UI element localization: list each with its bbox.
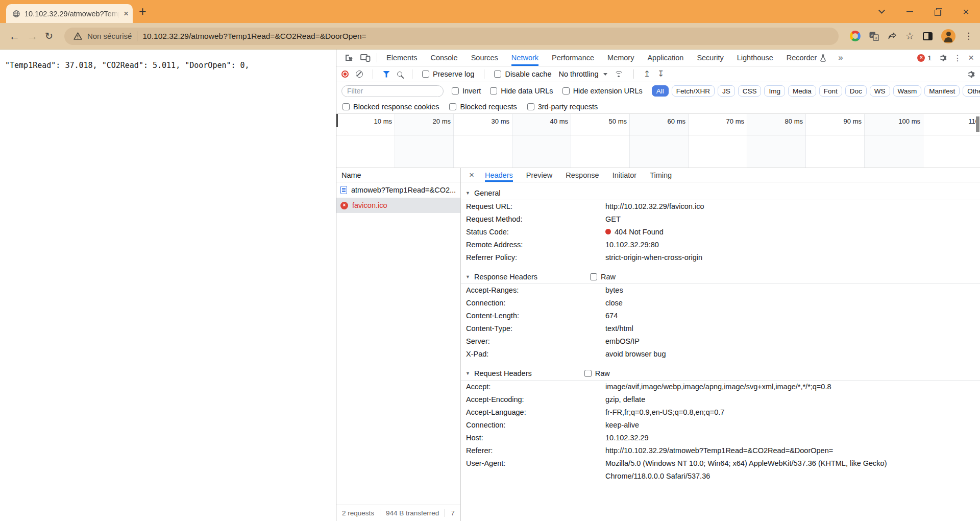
network-conditions-icon[interactable] [615,70,624,78]
window-chevron-icon[interactable] [868,0,896,23]
section-header-request-headers[interactable]: ▼Request HeadersRaw [461,367,980,381]
record-network-log-icon[interactable] [341,70,349,78]
browser-tab[interactable]: 10.102.32.29/atmoweb?Temp1Re × [6,4,133,23]
share-icon[interactable] [888,32,897,40]
timeline-scrollbar[interactable] [976,116,979,132]
devtools-settings-gear-icon[interactable] [938,54,947,62]
detail-tab-response[interactable]: Response [566,168,599,182]
inspect-element-icon[interactable] [340,50,357,66]
request-row-atmoweb-temp1read-co2[interactable]: atmoweb?Temp1Read=&CO2... [336,182,460,198]
header-value: Mozilla/5.0 (Windows NT 10.0; Win64; x64… [605,457,922,483]
more-tabs-icon[interactable]: » [838,50,843,66]
hide-extension-urls-checkbox[interactable]: Hide extension URLs [562,87,643,95]
detail-tab-preview[interactable]: Preview [526,168,553,182]
filter-input[interactable] [341,85,444,97]
translate-icon[interactable]: A a [869,32,879,41]
window-close-icon[interactable]: × [952,0,980,23]
timeline-label: 50 ms [609,117,627,125]
bookmark-star-icon[interactable]: ☆ [905,30,914,42]
request-row-favicon-ico[interactable]: ×favicon.ico [336,198,460,213]
address-bar[interactable]: Non sécurisé 10.102.32.29/atmoweb?Temp1R… [64,28,839,45]
blocked-filter-row: Blocked response cookiesBlocked requests… [336,100,980,114]
preserve-log-checkbox[interactable]: Preserve log [422,70,474,78]
header-name: Content-Type: [466,322,605,335]
window-restore-icon[interactable] [924,0,952,23]
devtools-tab-application[interactable]: Application [647,50,683,66]
collapse-triangle-icon[interactable]: ▼ [465,274,470,279]
browser-tab-strip: 10.102.32.29/atmoweb?Temp1Re × + × [0,0,980,23]
filter-chip-font[interactable]: Font [819,85,842,97]
request-list-header[interactable]: Name [336,168,460,182]
throttling-dropdown[interactable]: No throttling [558,70,607,78]
header-value: 10.102.32.29 [605,432,649,444]
filter-funnel-icon[interactable] [383,71,390,78]
raw-checkbox[interactable]: Raw [584,369,610,377]
waterfall-column [689,135,747,168]
devtools-tab-elements[interactable]: Elements [386,50,417,66]
detail-tab-headers[interactable]: Headers [485,168,513,182]
clear-network-log-icon[interactable] [356,70,363,78]
devtools-tab-sources[interactable]: Sources [471,50,498,66]
header-name: Host: [466,432,605,444]
filter-chip-img[interactable]: Img [764,85,785,97]
import-har-icon[interactable]: ↥ [644,70,650,78]
filter-chip-ws[interactable]: WS [870,85,890,97]
network-overview-timeline[interactable]: 10 ms20 ms30 ms40 ms50 ms60 ms70 ms80 ms… [336,114,980,135]
device-toolbar-icon[interactable] [357,50,374,66]
devtools-tab-network[interactable]: Network [511,50,538,66]
network-settings-gear-icon[interactable] [966,70,975,79]
filter-chip-all[interactable]: All [652,85,669,97]
devtools-tab-console[interactable]: Console [430,50,457,66]
window-minimize-icon[interactable] [896,0,924,23]
section-header-response-headers[interactable]: ▼Response HeadersRaw [461,270,980,284]
devtools-tab-security[interactable]: Security [697,50,723,66]
error-badge[interactable]: × 1 [917,54,932,62]
filter-chip-js[interactable]: JS [718,85,735,97]
devtools-close-icon[interactable]: × [968,53,974,62]
back-icon[interactable]: ← [9,31,20,42]
waterfall-column [571,135,630,168]
collapse-triangle-icon[interactable]: ▼ [465,191,470,196]
tab-close-icon[interactable]: × [124,10,129,18]
invert-checkbox[interactable]: Invert [452,87,481,95]
section-header-general[interactable]: ▼General [461,186,980,200]
new-tab-button[interactable]: + [139,5,146,18]
filter-chip-css[interactable]: CSS [738,85,762,97]
detail-close-icon[interactable]: × [465,168,478,182]
checkbox-box [494,70,501,78]
header-value: fr-FR,fr;q=0.9,en-US;q=0.8,en;q=0.7 [605,406,724,419]
browser-menu-icon[interactable]: ⋮ [964,31,973,41]
header-row: Accept-Language:fr-FR,fr;q=0.9,en-US;q=0… [461,406,980,419]
disable-cache-checkbox[interactable]: Disable cache [494,70,551,78]
devtools-menu-icon[interactable]: ⋮ [953,53,962,63]
detail-tab-timing[interactable]: Timing [650,168,672,182]
filter-chip-other[interactable]: Other [963,85,980,97]
filter-chip-fetch-xhr[interactable]: Fetch/XHR [672,85,715,97]
search-icon[interactable] [397,72,402,77]
3rd-party-requests-checkbox[interactable]: 3rd-party requests [527,103,598,111]
blocked-response-cookies-checkbox[interactable]: Blocked response cookies [342,103,439,111]
filter-chip-media[interactable]: Media [788,85,816,97]
hide-data-urls-checkbox[interactable]: Hide data URLs [490,87,553,95]
devtools-tab-lighthouse[interactable]: Lighthouse [737,50,773,66]
filter-chip-doc[interactable]: Doc [845,85,867,97]
profile-avatar[interactable] [941,29,955,43]
detail-tab-initiator[interactable]: Initiator [612,168,637,182]
filter-chip-manifest[interactable]: Manifest [924,85,960,97]
page-json-text: "Temp1Read": 37.018, "CO2Read": 5.011, "… [5,61,250,70]
devtools-tab-memory[interactable]: Memory [607,50,634,66]
raw-checkbox[interactable]: Raw [590,273,616,281]
reload-icon[interactable]: ↻ [45,31,53,42]
filter-chip-wasm[interactable]: Wasm [893,85,922,97]
export-har-icon[interactable]: ↧ [657,70,664,78]
devtools-tab-performance[interactable]: Performance [552,50,594,66]
side-panel-icon[interactable] [923,32,933,40]
devtools-tab-recorder[interactable]: Recorder [787,50,827,66]
collapse-triangle-icon[interactable]: ▼ [465,371,470,376]
forward-icon[interactable]: → [27,31,38,42]
request-name: atmoweb?Temp1Read=&CO2... [351,186,456,194]
google-icon[interactable] [850,31,861,41]
blocked-requests-checkbox[interactable]: Blocked requests [449,103,517,111]
timeline-label: 80 ms [785,117,803,125]
checkbox-box [449,103,456,110]
